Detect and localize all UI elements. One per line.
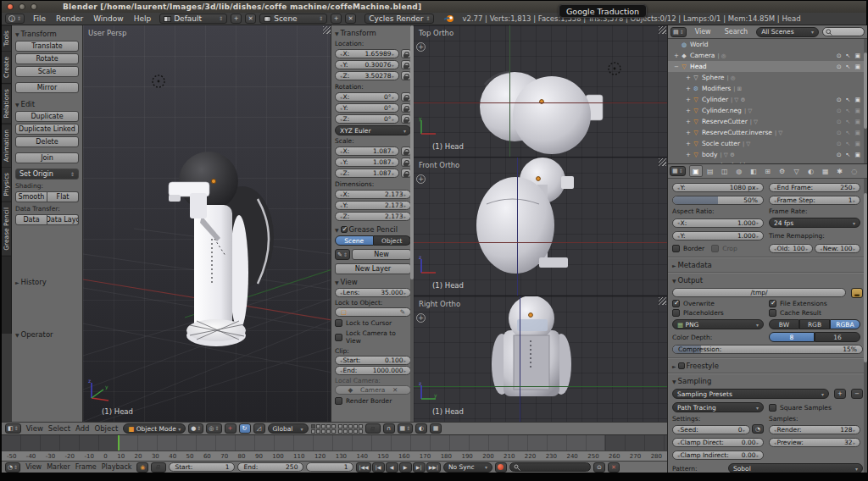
data-layout-button[interactable]: Data Layo bbox=[47, 214, 79, 225]
render-opengl-icon[interactable]: ◐ bbox=[415, 423, 427, 434]
scale-button[interactable]: Scale bbox=[15, 66, 79, 77]
add-preset-button[interactable]: + bbox=[834, 389, 846, 399]
renderable-camera-icon[interactable]: ▣ bbox=[854, 64, 860, 70]
properties-tab[interactable]: ◌ bbox=[848, 165, 861, 177]
eyedropper-icon[interactable]: ✎ bbox=[347, 308, 405, 316]
seed-field[interactable]: Seed:0 bbox=[672, 425, 750, 434]
menu-item[interactable]: Window bbox=[88, 14, 129, 23]
sampling-panel-header[interactable]: Sampling bbox=[672, 377, 863, 385]
orientation-dropdown[interactable]: Global bbox=[268, 423, 309, 434]
outliner-row[interactable]: + ◆ Camera | ◎ ⊙ ↖ ▣ bbox=[668, 50, 867, 61]
pattern-dropdown[interactable]: Sobol bbox=[728, 463, 863, 473]
properties-tab[interactable]: ◫ bbox=[718, 165, 732, 177]
viewport-main[interactable]: User Persp bbox=[83, 25, 332, 422]
square-samples-checkbox[interactable] bbox=[769, 404, 776, 412]
clip-end-field[interactable]: End:1000.000 bbox=[335, 366, 411, 375]
scale-field[interactable]: Z:1.087 bbox=[335, 169, 399, 178]
data-button[interactable]: Data bbox=[15, 214, 47, 225]
menu-item[interactable]: Help bbox=[129, 14, 157, 23]
output-panel-header[interactable]: Output bbox=[672, 276, 863, 285]
properties-tab[interactable]: ⚙ bbox=[776, 165, 789, 177]
visibility-eye-icon[interactable]: ⊙ bbox=[837, 53, 842, 59]
renderable-camera-icon[interactable]: ▣ bbox=[854, 97, 860, 103]
next-keyframe-button[interactable]: ▶| bbox=[413, 462, 426, 473]
viewport-menu-item[interactable]: Object bbox=[92, 424, 121, 433]
viewport-menu-item[interactable]: Add bbox=[73, 424, 92, 433]
crop-checkbox[interactable] bbox=[711, 245, 719, 252]
viewport-menu-item[interactable]: View bbox=[24, 424, 46, 433]
selectable-arrow-icon[interactable]: ↖ bbox=[846, 97, 851, 103]
title-bar[interactable]: Blender [/home/laurent/Images/3d/lib/dis… bbox=[2, 1, 866, 13]
scale-field[interactable]: X:1.087 bbox=[335, 147, 399, 156]
aspect-y-field[interactable]: Y:1.000 bbox=[672, 231, 764, 240]
renderable-camera-icon[interactable]: ▣ bbox=[854, 108, 860, 114]
bw-option[interactable]: BW bbox=[769, 319, 799, 329]
properties-tab[interactable]: ✱ bbox=[833, 165, 847, 177]
grease-new-button[interactable]: New bbox=[352, 249, 411, 260]
timeline-ruler[interactable]: -50-40-30-20-100102030405060708090100110… bbox=[2, 451, 667, 461]
lock-to-scene-icon[interactable] bbox=[365, 423, 381, 434]
delete-keyframe-icon[interactable]: ✕ bbox=[608, 462, 620, 473]
edit-panel-header[interactable]: Edit bbox=[15, 100, 79, 108]
close-layout-button[interactable]: ✕ bbox=[245, 14, 256, 24]
expand-toggle-icon[interactable]: + bbox=[685, 119, 692, 125]
area-resize-corner[interactable] bbox=[323, 26, 331, 34]
rotation-field[interactable]: X:0° bbox=[335, 92, 399, 102]
expand-toggle-icon[interactable]: + bbox=[685, 130, 692, 136]
open-toolshelf-icon[interactable]: + bbox=[416, 42, 426, 52]
jump-to-end-button[interactable]: ▶▶| bbox=[426, 462, 441, 473]
lens-field[interactable]: Lens:35.000 bbox=[335, 288, 411, 297]
close-scene-button[interactable]: ✕ bbox=[345, 14, 356, 24]
dimension-field[interactable]: X:2.173 bbox=[335, 190, 411, 199]
history-panel-header[interactable]: History bbox=[15, 278, 79, 286]
resolution-percentage-slider[interactable]: 50% bbox=[672, 196, 764, 205]
outliner-row[interactable]: − ▽ Head ⊙ ↖ ▣ bbox=[668, 61, 867, 72]
transform-panel-header[interactable]: Transform bbox=[335, 29, 411, 37]
mirror-button[interactable]: Mirror bbox=[15, 82, 79, 93]
render-samples-field[interactable]: Render:128 bbox=[769, 425, 860, 434]
outliner-row[interactable]: + ▽ Sphere | ◎ ⊙ ↖ ▣ bbox=[668, 72, 867, 83]
duplicate-button[interactable]: Duplicate bbox=[15, 111, 79, 122]
integrator-dropdown[interactable]: Path Tracing bbox=[672, 402, 764, 412]
metadata-panel-header[interactable]: Metadata bbox=[672, 261, 863, 269]
selectable-arrow-icon[interactable]: ↖ bbox=[846, 130, 851, 136]
file-format-dropdown[interactable]: ▦ PNG bbox=[672, 319, 764, 329]
location-field[interactable]: Y:0.30076 bbox=[335, 60, 399, 69]
timeline-menu-item[interactable]: Playback bbox=[99, 463, 135, 471]
draw-pencil-icon[interactable]: ✎⇕ bbox=[335, 249, 350, 260]
timeline-menu-item[interactable]: Frame bbox=[73, 463, 99, 471]
expand-toggle-icon[interactable]: + bbox=[685, 86, 692, 92]
expand-toggle-icon[interactable]: + bbox=[685, 75, 692, 81]
tool-shelf-tab[interactable]: Tools bbox=[2, 25, 11, 52]
search-input[interactable] bbox=[822, 27, 865, 36]
rotate-button[interactable]: Rotate bbox=[15, 53, 79, 64]
area-resize-corner[interactable] bbox=[659, 158, 666, 166]
expand-toggle-icon[interactable]: + bbox=[685, 141, 692, 147]
renderable-camera-icon[interactable]: ▣ bbox=[854, 130, 860, 136]
renderable-camera-icon[interactable]: ▣ bbox=[854, 119, 860, 125]
selectable-arrow-icon[interactable]: ↖ bbox=[846, 152, 851, 158]
compression-slider[interactable]: Compression:15% bbox=[672, 345, 863, 354]
grease-pencil-panel-header[interactable]: Grease Pencil bbox=[335, 225, 411, 234]
outliner-search-menu[interactable]: Search bbox=[720, 28, 753, 36]
tool-shelf-tab[interactable]: Create bbox=[2, 52, 11, 84]
color-mode-toggle[interactable]: BW RGB RGBA bbox=[769, 319, 860, 329]
properties-tab[interactable]: ▦ bbox=[819, 165, 832, 177]
window-minimize-icon[interactable] bbox=[19, 3, 25, 10]
clamp-indirect-field[interactable]: Clamp Indirect:0.00 bbox=[672, 451, 764, 460]
visibility-eye-icon[interactable]: ⊙ bbox=[837, 141, 842, 147]
outliner-row[interactable]: + ▽ Cylinder.neg | ▽ ⊙ ↖ ▣ bbox=[668, 105, 867, 116]
depth-8-option[interactable]: 8 bbox=[769, 332, 815, 342]
render-opengl-anim-icon[interactable]: ▦ bbox=[430, 423, 442, 434]
clear-icon[interactable]: ✕ bbox=[392, 386, 398, 394]
editor-type-icon[interactable]: ▤⇕ bbox=[670, 27, 687, 37]
border-checkbox[interactable] bbox=[672, 245, 680, 252]
snap-magnet-icon[interactable]: ∩ bbox=[383, 423, 395, 434]
cache-result-checkbox[interactable] bbox=[769, 309, 776, 317]
window-close-icon[interactable] bbox=[7, 3, 14, 10]
expand-toggle-icon[interactable]: + bbox=[673, 53, 680, 59]
play-button[interactable]: ▶ bbox=[399, 462, 412, 473]
output-path-field[interactable]: /tmp/ bbox=[672, 288, 846, 297]
remap-new-field[interactable]: New:100 bbox=[815, 244, 860, 253]
end-frame-field[interactable]: End:250 bbox=[237, 462, 303, 472]
